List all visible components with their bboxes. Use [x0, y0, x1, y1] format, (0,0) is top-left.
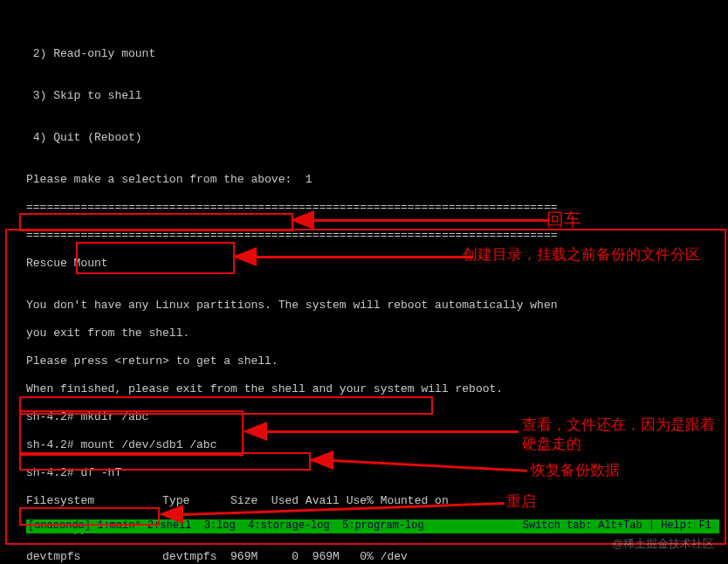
shell-cmd-mount: sh-4.2# mount /dev/sdb1 /abc — [26, 438, 558, 452]
anaconda-status-bar: [anaconda] 1:main* 2:shell 3:log 4:stora… — [26, 519, 719, 533]
watermark: @稀土掘金技术社区 — [612, 536, 714, 552]
press-return-msg: Please press <return> to get a shell. — [26, 354, 558, 368]
warning-text: You don't have any Linux partitions. The… — [26, 299, 558, 313]
finish-msg: When finished, please exit from the shel… — [26, 382, 558, 396]
terminal-output: 2) Read-only mount 3) Skip to shell 4) Q… — [26, 33, 558, 564]
df-row: devtmpfs devtmpfs 969M 0 969M 0% /dev — [26, 550, 558, 564]
annotation-label-view: 查看，文件还在，因为是跟着硬盘走的 — [522, 416, 718, 454]
status-help: Switch tab: Alt+Tab | Help: F1 — [517, 519, 718, 533]
menu-opt-2: 2) Read-only mount — [26, 47, 558, 61]
shell-cmd-df: sh-4.2# df -hT — [26, 466, 558, 480]
menu-opt-4: 4) Quit (Reboot) — [26, 131, 558, 145]
annotation-label-create: 创建目录，挂载之前备份的文件分区 — [463, 245, 716, 265]
annotation-label-enter: 回车 — [546, 210, 581, 229]
annotation-label-restore: 恢复备份数据 — [531, 461, 620, 480]
divider: ========================================… — [26, 229, 558, 243]
status-tabs: [anaconda] 1:main* 2:shell 3:log 4:stora… — [28, 519, 424, 533]
selection-prompt: Please make a selection from the above: … — [26, 173, 558, 187]
df-header: Filesystem Type Size Used Avail Use% Mou… — [26, 494, 558, 508]
divider: ========================================… — [26, 201, 558, 215]
annotation-label-reboot: 重启 — [506, 492, 536, 512]
menu-opt-3: 3) Skip to shell — [26, 89, 558, 103]
warning-text: you exit from the shell. — [26, 327, 558, 340]
shell-cmd-mkdir: sh-4.2# mkdir /abc — [26, 410, 558, 424]
